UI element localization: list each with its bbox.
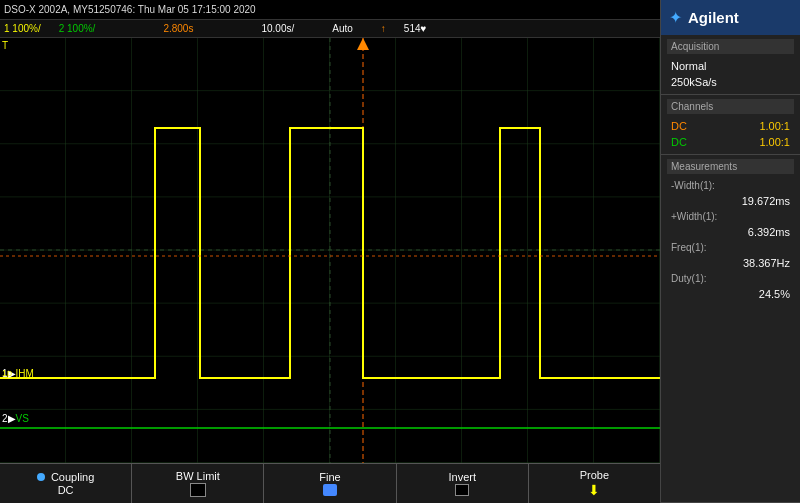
meas1-value-row: 19.672ms [667, 193, 794, 209]
acq-mode-row: Normal [667, 58, 794, 74]
meas1-label: -Width(1): [671, 180, 715, 191]
probe-label: Probe [580, 469, 609, 481]
right-panel: ✦ Agilent Acquisition Normal 250kSa/s Ch… [660, 0, 800, 503]
fine-label: Fine [319, 471, 340, 483]
measurements-title: Measurements [667, 159, 794, 174]
channels-title: Channels [667, 99, 794, 114]
acquisition-section: Acquisition Normal 250kSa/s [661, 35, 800, 95]
coupling-label: Coupling [37, 471, 94, 483]
ch2-row: DC 1.00:1 [667, 134, 794, 150]
trigger-mode: Auto [332, 23, 353, 34]
probe-button[interactable]: Probe ⬇ [529, 464, 660, 503]
acquisition-title: Acquisition [667, 39, 794, 54]
meas1-value: 19.672ms [742, 195, 790, 207]
meas2-row: +Width(1): [667, 209, 794, 224]
status-bar: DSO-X 2002A, MY51250746: Thu Mar 05 17:1… [0, 0, 660, 20]
time-div: 10.00s/ [261, 23, 294, 34]
trigger-marker-label: T [2, 40, 8, 51]
meas2-value: 6.392ms [748, 226, 790, 238]
bw-limit-indicator [190, 483, 206, 497]
meas3-value: 38.367Hz [743, 257, 790, 269]
logo-text: Agilent [688, 9, 739, 26]
acq-rate-value: 250kSa/s [671, 76, 717, 88]
meas3-label: Freq(1): [671, 242, 707, 253]
time-ref: 2.800s [163, 23, 193, 34]
measurement-bar: 1 100%/ 2 100%/ 2.800s 10.00s/ Auto ↑ 51… [0, 20, 660, 38]
ch1-scale: 1 100%/ [4, 23, 41, 34]
meas4-label: Duty(1): [671, 273, 707, 284]
meas2-value-row: 6.392ms [667, 224, 794, 240]
status-text: DSO-X 2002A, MY51250746: Thu Mar 05 17:1… [4, 4, 256, 15]
ch1-row: DC 1.00:1 [667, 118, 794, 134]
ch1-indicator: 1p [2, 368, 12, 378]
ch1-ratio: 1.00:1 [759, 120, 790, 132]
invert-label: Invert [448, 471, 476, 483]
logo-area: ✦ Agilent [661, 0, 800, 35]
meas3-row: Freq(1): [667, 240, 794, 255]
waveform-svg [0, 38, 660, 463]
ch1-coupling: DC [671, 120, 687, 132]
probe-arrow-icon: ⬇ [588, 482, 600, 498]
meas3-value-row: 38.367Hz [667, 255, 794, 271]
measurements-section: Measurements -Width(1): 19.672ms +Width(… [661, 155, 800, 503]
meas2-label: +Width(1): [671, 211, 717, 222]
meas4-value-row: 24.5% [667, 286, 794, 302]
meas4-row: Duty(1): [667, 271, 794, 286]
invert-button[interactable]: Invert [397, 464, 529, 503]
fine-button[interactable]: Fine [264, 464, 396, 503]
coupling-dot-icon [37, 473, 45, 481]
ch2-ratio: 1.00:1 [759, 136, 790, 148]
trigger-arrow: ↑ [381, 23, 386, 34]
oscilloscope-display: T 1▶IHM 1p 2▶VS [0, 38, 660, 463]
agilent-star-icon: ✦ [669, 8, 682, 27]
channels-section: Channels DC 1.00:1 DC 1.00:1 [661, 95, 800, 155]
meas1-row: -Width(1): [667, 178, 794, 193]
ch2-coupling: DC [671, 136, 687, 148]
ch2-label: 2▶VS [2, 413, 29, 424]
ch2-scale: 2 100%/ [59, 23, 96, 34]
invert-indicator [455, 484, 469, 496]
bw-limit-label: BW Limit [176, 470, 220, 482]
fine-indicator [323, 484, 337, 496]
bw-limit-button[interactable]: BW Limit [132, 464, 264, 503]
acq-rate-row: 250kSa/s [667, 74, 794, 90]
meas4-value: 24.5% [759, 288, 790, 300]
bottom-menu-bar: Coupling DC BW Limit Fine Invert Probe [0, 463, 660, 503]
coupling-value: DC [58, 484, 74, 496]
coupling-button[interactable]: Coupling DC [0, 464, 132, 503]
acq-mode-value: Normal [671, 60, 706, 72]
memory: 514♥ [404, 23, 427, 34]
